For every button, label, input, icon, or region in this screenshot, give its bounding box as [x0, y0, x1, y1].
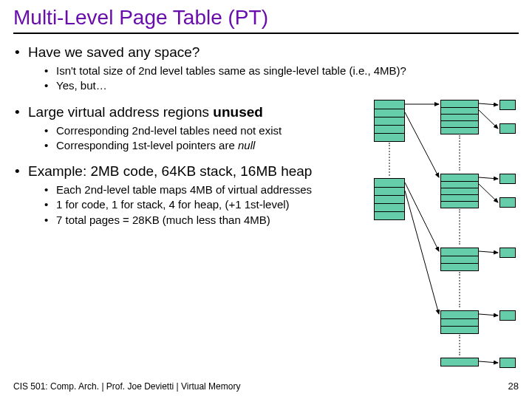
bullet-3-text: Example: 2MB code, 64KB stack, 16MB heap — [28, 163, 312, 179]
svg-line-7 — [479, 184, 498, 202]
svg-line-8 — [479, 251, 498, 253]
bullet-1: Have we saved any space? Isn't total siz… — [13, 44, 519, 94]
slide: Multi-Level Page Table (PT) Have we save… — [0, 0, 532, 399]
bullet-1a: Isn't total size of 2nd level tables sam… — [44, 64, 519, 78]
slide-title: Multi-Level Page Table (PT) — [13, 6, 519, 34]
bullet-2b-italic: null — [238, 139, 255, 151]
svg-line-10 — [479, 361, 498, 363]
svg-line-6 — [479, 177, 498, 179]
svg-line-5 — [479, 110, 498, 129]
bullet-1-text: Have we saved any space? — [28, 44, 200, 60]
page-table-diagram — [374, 100, 522, 381]
svg-line-3 — [405, 191, 439, 314]
svg-line-2 — [405, 183, 439, 251]
slide-footer: CIS 501: Comp. Arch. | Prof. Joe Deviett… — [13, 381, 240, 392]
page-number: 28 — [508, 381, 519, 392]
bullet-2-bold: unused — [213, 104, 263, 120]
bullet-2-pre: Large virtual address regions — [28, 104, 213, 120]
bullet-1-sub: Isn't total size of 2nd level tables sam… — [28, 64, 519, 94]
bullet-1b: Yes, but… — [44, 78, 519, 93]
svg-line-1 — [405, 112, 439, 177]
svg-line-4 — [479, 103, 498, 105]
bullet-2b-pre: Corresponding 1st-level pointers are — [56, 139, 238, 151]
svg-line-9 — [479, 314, 498, 316]
diagram-arrows — [374, 100, 522, 381]
